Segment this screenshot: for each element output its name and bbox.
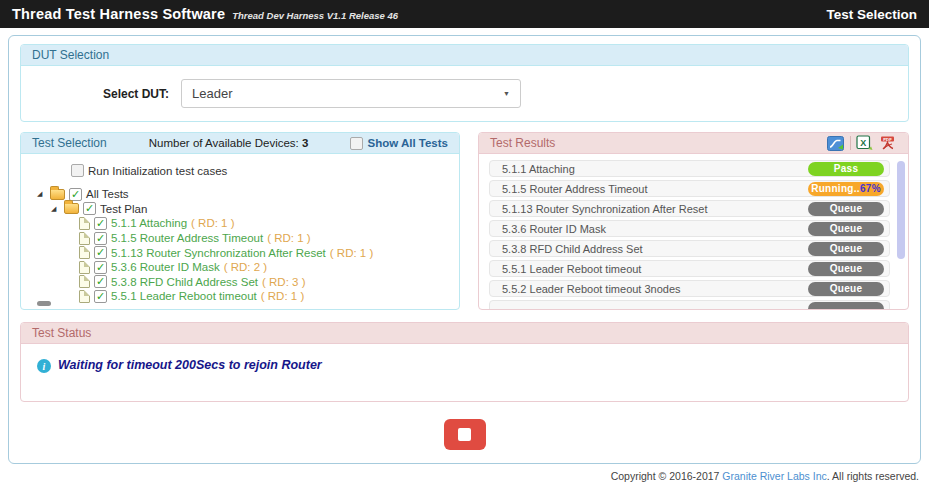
test-item-label: 5.1.5 Router Address Timeout bbox=[111, 232, 263, 244]
line-chart-export-icon bbox=[827, 136, 845, 151]
result-row[interactable]: 5.5.2 Leader Reboot timeout 3nodes Queue bbox=[489, 280, 890, 297]
rights-text: . All rights reserved. bbox=[827, 470, 919, 482]
result-test-name: 5.5.1 Leader Reboot timeout bbox=[502, 263, 808, 275]
tree-test-item[interactable]: ✓ 5.3.6 Router ID Mask ( RD: 2 ) bbox=[79, 260, 459, 275]
result-test-name: 5.5.2 Leader Reboot timeout 3nodes bbox=[502, 283, 808, 295]
test-item-checkbox[interactable]: ✓ bbox=[94, 232, 107, 245]
test-results-header: Test Results X bbox=[479, 133, 908, 154]
status-badge: Pass bbox=[808, 162, 884, 176]
dut-select-dropdown[interactable]: Leader ▼ bbox=[181, 79, 521, 108]
tree-expander-icon[interactable]: ◢ bbox=[51, 205, 60, 213]
show-all-tests-checkbox[interactable] bbox=[350, 137, 363, 150]
status-badge-label: Queue bbox=[830, 203, 863, 214]
test-status-panel: Test Status i Waiting for timeout 200Sec… bbox=[20, 322, 909, 402]
all-tests-label: All Tests bbox=[86, 188, 129, 200]
export-toolbar: X PDF bbox=[827, 135, 897, 151]
company-link[interactable]: Granite River Labs Inc bbox=[722, 470, 826, 482]
excel-export-button[interactable]: X bbox=[856, 135, 874, 151]
status-badge-label: Queue bbox=[830, 243, 863, 254]
stop-icon bbox=[458, 428, 471, 441]
result-test-name: 5.1.13 Router Synchronization After Rese… bbox=[502, 203, 808, 215]
status-badge-progress: 67% bbox=[860, 183, 881, 194]
tree-test-item[interactable]: ✓ 5.3.8 RFD Child Address Set ( RD: 3 ) bbox=[79, 275, 459, 290]
test-item-checkbox[interactable]: ✓ bbox=[94, 290, 107, 303]
result-test-name: 5.1.5 Router Address Timeout bbox=[502, 183, 808, 195]
available-devices-label: Number of Available Devices: 3 bbox=[149, 137, 309, 149]
folder-icon bbox=[50, 189, 65, 200]
tree-leaf-list: ✓ 5.1.1 Attaching ( RD: 1 ) ✓ 5.1.5 Rout… bbox=[35, 216, 459, 304]
select-dut-label: Select DUT: bbox=[21, 87, 181, 101]
test-item-label: 5.1.1 Attaching bbox=[111, 217, 187, 229]
excel-export-icon: X bbox=[856, 135, 874, 151]
document-icon bbox=[79, 246, 90, 259]
show-all-tests-toggle[interactable]: Show All Tests bbox=[350, 137, 448, 150]
result-row[interactable]: 5.1.13 Router Synchronization After Rese… bbox=[489, 200, 890, 217]
pdf-export-button[interactable]: PDF bbox=[879, 135, 897, 151]
vertical-scrollbar-thumb[interactable] bbox=[897, 161, 905, 259]
test-plan-checkbox[interactable]: ✓ bbox=[83, 202, 96, 215]
dut-selection-body: Select DUT: Leader ▼ bbox=[21, 66, 908, 121]
document-icon bbox=[79, 275, 90, 288]
test-item-label: 5.3.8 RFD Child Address Set bbox=[111, 276, 258, 288]
results-list: 5.1.1 Attaching Pass 5.1.5 Router Addres… bbox=[489, 160, 890, 309]
dut-selection-header: DUT Selection bbox=[21, 45, 908, 66]
test-item-checkbox[interactable]: ✓ bbox=[94, 261, 107, 274]
tree-test-item[interactable]: ✓ 5.1.13 Router Synchronization After Re… bbox=[79, 245, 459, 260]
tree-node-test-plan[interactable]: ◢ ✓ Test Plan bbox=[51, 202, 459, 217]
run-init-checkbox[interactable] bbox=[71, 164, 84, 177]
test-selection-header: Test Selection Number of Available Devic… bbox=[21, 133, 459, 154]
chevron-down-icon: ▼ bbox=[503, 90, 510, 97]
result-row[interactable]: 5.5.1 Leader Reboot timeout Queue bbox=[489, 260, 890, 277]
result-row[interactable]: 5.1.1 Attaching Pass bbox=[489, 160, 890, 177]
status-badge: Queue bbox=[808, 262, 884, 276]
result-row[interactable]: 5.3.6 Router ID Mask Queue bbox=[489, 220, 890, 237]
status-badge: Queue bbox=[808, 202, 884, 216]
test-plan-label: Test Plan bbox=[100, 203, 147, 215]
dut-selection-panel: DUT Selection Select DUT: Leader ▼ bbox=[20, 44, 909, 122]
test-selection-title: Test Selection bbox=[32, 136, 107, 150]
all-tests-checkbox[interactable]: ✓ bbox=[69, 188, 82, 201]
test-results-body: 5.1.1 Attaching Pass 5.1.5 Router Addres… bbox=[479, 154, 908, 309]
dut-selection-title: DUT Selection bbox=[32, 48, 109, 62]
main-container: DUT Selection Select DUT: Leader ▼ Test … bbox=[8, 35, 921, 464]
test-item-label: 5.5.1 Leader Reboot timeout bbox=[111, 290, 257, 302]
test-item-checkbox[interactable]: ✓ bbox=[94, 246, 107, 259]
status-badge: Queue bbox=[808, 222, 884, 236]
document-icon bbox=[79, 217, 90, 230]
horizontal-scrollbar-thumb[interactable] bbox=[37, 301, 51, 306]
chart-export-button[interactable] bbox=[827, 136, 845, 151]
tree-test-item[interactable]: ✓ 5.1.1 Attaching ( RD: 1 ) bbox=[79, 216, 459, 231]
status-message: Waiting for timeout 200Secs to rejoin Ro… bbox=[58, 358, 322, 372]
run-init-row[interactable]: Run Initialization test cases bbox=[71, 164, 459, 177]
status-badge-label: Queue bbox=[830, 263, 863, 274]
test-status-title: Test Status bbox=[32, 326, 91, 340]
test-item-label: 5.3.6 Router ID Mask bbox=[111, 261, 220, 273]
test-tree: ◢ ✓ All Tests ◢ ✓ Test Plan bbox=[35, 187, 459, 304]
test-tree-body: Run Initialization test cases ◢ ✓ All Te… bbox=[21, 154, 459, 309]
test-results-title: Test Results bbox=[490, 136, 555, 150]
available-devices-count: 3 bbox=[302, 137, 308, 149]
status-badge: Queue bbox=[808, 242, 884, 256]
status-badge-label: Pass bbox=[834, 163, 859, 174]
test-selection-panel: Test Selection Number of Available Devic… bbox=[20, 132, 460, 310]
test-item-rd-label: ( RD: 1 ) bbox=[330, 247, 373, 259]
tree-expander-icon[interactable]: ◢ bbox=[37, 190, 46, 198]
result-row[interactable]: 5.3.8 RFD Child Address Set Queue bbox=[489, 240, 890, 257]
test-item-checkbox[interactable]: ✓ bbox=[94, 275, 107, 288]
info-icon: i bbox=[37, 359, 51, 373]
result-test-name: 5.3.8 RFD Child Address Set bbox=[502, 243, 808, 255]
test-item-checkbox[interactable]: ✓ bbox=[94, 217, 107, 230]
tree-test-item[interactable]: ✓ 5.5.1 Leader Reboot timeout ( RD: 1 ) bbox=[79, 289, 459, 304]
toolbar-divider bbox=[850, 136, 851, 150]
result-row[interactable] bbox=[489, 300, 890, 309]
test-item-label: 5.1.13 Router Synchronization After Rese… bbox=[111, 247, 326, 259]
tree-test-item[interactable]: ✓ 5.1.5 Router Address Timeout ( RD: 1 ) bbox=[79, 231, 459, 246]
app-branding: Thread Test Harness Software Thread Dev … bbox=[12, 6, 826, 22]
footer: Copyright © 2016-2017 Granite River Labs… bbox=[0, 464, 929, 482]
result-row[interactable]: 5.1.5 Router Address Timeout Running..67… bbox=[489, 180, 890, 197]
tree-node-all-tests[interactable]: ◢ ✓ All Tests bbox=[37, 187, 459, 202]
document-icon bbox=[79, 261, 90, 274]
status-badge-label: Queue bbox=[830, 283, 863, 294]
document-icon bbox=[79, 290, 90, 303]
stop-button[interactable] bbox=[444, 419, 486, 450]
